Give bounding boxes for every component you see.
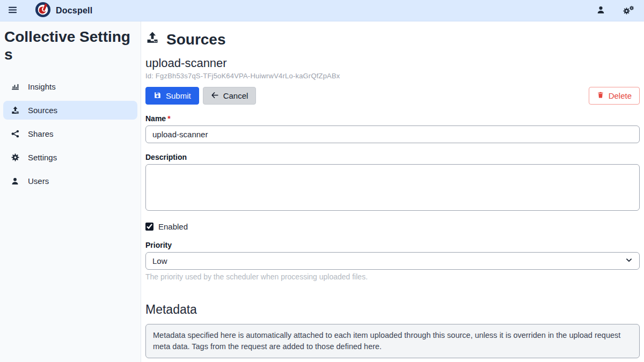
sidebar-title: Collective Settings xyxy=(3,26,137,63)
chevron-down-icon xyxy=(625,256,633,265)
sidebar-item-label: Insights xyxy=(28,82,56,91)
submit-button[interactable]: Submit xyxy=(145,87,199,105)
source-name: upload-scanner xyxy=(145,56,640,70)
page-title-text: Sources xyxy=(166,31,226,48)
page-title: Sources xyxy=(145,31,640,48)
priority-label: Priority xyxy=(145,241,640,249)
cogs-icon xyxy=(623,5,634,16)
priority-select[interactable]: Low xyxy=(145,252,640,270)
bar-chart-icon xyxy=(10,82,20,91)
metadata-heading: Metadata xyxy=(145,302,640,317)
name-label: Name* xyxy=(145,114,640,123)
main-content: Sources upload-scanner Id: FgzBh53s7qS-T… xyxy=(141,21,644,362)
docspell-logo-icon xyxy=(35,2,51,20)
sidebar-item-label: Users xyxy=(28,176,49,186)
share-icon xyxy=(10,129,20,138)
sidebar-item-users[interactable]: Users xyxy=(3,172,137,190)
topbar: Docspell xyxy=(0,0,644,21)
sidebar-item-settings[interactable]: Settings xyxy=(3,148,137,167)
trash-icon xyxy=(597,91,604,100)
sidebar-item-label: Settings xyxy=(28,153,57,162)
account-button[interactable] xyxy=(594,3,608,18)
description-label: Description xyxy=(145,153,640,161)
save-icon xyxy=(153,91,162,101)
cancel-button[interactable]: Cancel xyxy=(203,87,257,105)
priority-value: Low xyxy=(152,256,167,265)
user-icon xyxy=(596,5,605,16)
sidebar-item-label: Shares xyxy=(28,129,54,138)
hamburger-icon xyxy=(8,5,18,17)
enabled-checkbox[interactable] xyxy=(145,223,153,231)
sidebar: Collective Settings Insights xyxy=(0,21,141,362)
actions-row: Submit Cancel Delete xyxy=(145,87,640,105)
menu-button[interactable] xyxy=(5,3,20,19)
sidebar-item-sources[interactable]: Sources xyxy=(3,101,137,120)
enabled-row: Enabled xyxy=(145,222,640,231)
sidebar-item-insights[interactable]: Insights xyxy=(3,77,137,96)
gear-icon xyxy=(10,153,20,162)
metadata-info-box: Metadata specified here is automatically… xyxy=(145,324,640,358)
priority-help-text: The priority used by the scheduler when … xyxy=(145,272,640,281)
sidebar-item-label: Sources xyxy=(28,106,57,115)
delete-button[interactable]: Delete xyxy=(589,87,640,105)
enabled-label[interactable]: Enabled xyxy=(158,222,188,231)
name-input[interactable] xyxy=(145,125,640,143)
sidebar-item-shares[interactable]: Shares xyxy=(3,124,137,143)
app-name: Docspell xyxy=(56,6,92,16)
app-brand[interactable]: Docspell xyxy=(35,2,92,20)
processing-jobs-button[interactable] xyxy=(620,3,636,18)
delete-label: Delete xyxy=(609,91,632,100)
submit-label: Submit xyxy=(166,91,191,100)
upload-icon xyxy=(145,31,159,48)
user-icon xyxy=(10,177,20,186)
cancel-label: Cancel xyxy=(223,91,248,100)
description-textarea[interactable] xyxy=(145,164,640,211)
arrow-left-icon xyxy=(211,91,219,101)
required-marker: * xyxy=(167,114,170,123)
upload-icon xyxy=(10,106,20,115)
source-id: Id: FgzBh53s7qS-TFj5oK64VPA-HuiwrwV4rLo-… xyxy=(145,72,640,80)
